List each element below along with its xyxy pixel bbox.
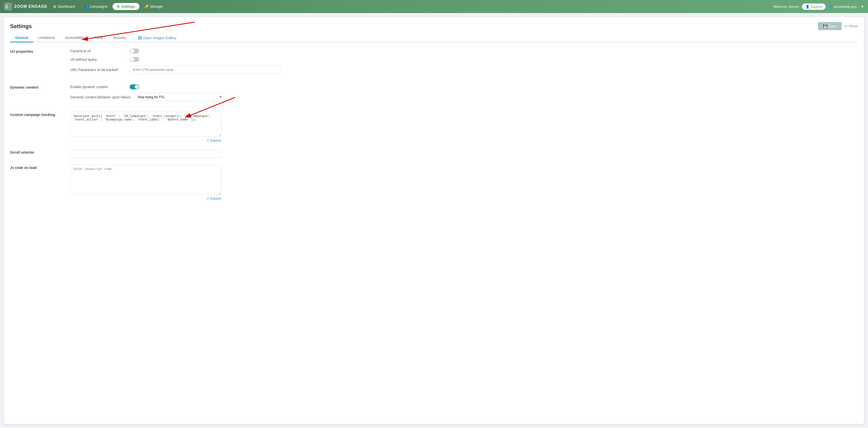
js-expand-icon: ↗ [206, 197, 209, 200]
url-properties-section: Url properties Canonical url Url without… [10, 48, 858, 77]
tab-limitations[interactable]: Limitations [33, 34, 60, 42]
welcome-text: Welcome, Demos [773, 5, 799, 8]
enable-dynamic-label: Enable dynamic content [70, 85, 126, 89]
svg-text:Z: Z [5, 4, 8, 9]
main-container: Settings 💾 Save ↺ Reset General Limitati… [4, 17, 864, 424]
tab-general[interactable]: General [10, 34, 33, 42]
tab-accessibility[interactable]: Accessibility [60, 34, 89, 42]
custom-tracking-label: Custom campaign tracking [10, 112, 70, 117]
enable-dynamic-toggle[interactable] [130, 84, 139, 89]
dynamic-content-section: Dynamic content Enable dynamic content D… [10, 84, 858, 105]
website-dropdown[interactable]: 🌐 anywebsite-guy.... ▼ [829, 5, 864, 8]
scroll-selector-section: Scroll selector [10, 150, 858, 158]
save-icon: 💾 [823, 24, 827, 28]
js-code-section: Js code on load ↗ Expand [10, 165, 858, 200]
tab-fonts[interactable]: Fonts [89, 34, 108, 42]
settings-icon: ⚙ [117, 4, 120, 8]
dynamic-behavior-row: Dynamic content behavior upon failure St… [70, 93, 858, 101]
canonical-url-label: Canonical url [70, 49, 126, 53]
url-params-label: URL Parameters to be tracked [70, 68, 126, 72]
enable-dynamic-row: Enable dynamic content [70, 84, 858, 89]
dynamic-content-label: Dynamic content [10, 84, 70, 89]
custom-tracking-expand[interactable]: ↗ Expand [70, 138, 221, 142]
expand-icon: ↗ [206, 138, 209, 142]
dynamic-behavior-select[interactable]: Stop trying for TTL [134, 93, 225, 101]
url-without-query-toggle[interactable] [130, 57, 139, 62]
url-without-query-slider [130, 57, 139, 62]
nav-items: ⊞ Dashboard 👥 Campaigns ⚙ Settings 🔑 Man… [49, 3, 773, 10]
url-without-query-row: Url without query [70, 57, 858, 62]
logo-icon: Z [4, 2, 12, 10]
nav-campaigns[interactable]: 👥 Campaigns [80, 3, 112, 10]
js-code-textarea[interactable] [70, 165, 221, 195]
chevron-down-icon: ▼ [861, 5, 864, 8]
tab-security[interactable]: Security [108, 34, 131, 42]
scroll-selector-content [70, 150, 858, 158]
canonical-url-toggle[interactable] [130, 48, 139, 54]
scroll-selector-label: Scroll selector [10, 150, 70, 154]
svg-rect-0 [4, 2, 12, 10]
custom-tracking-section: Custom campaign tracking dataLayer.push(… [10, 112, 858, 142]
page-title: Settings [10, 23, 858, 30]
tabs-row: General Limitations Accessibility Fonts … [10, 34, 858, 42]
dashboard-icon: ⊞ [53, 4, 56, 8]
gallery-icon: 🖼 [138, 36, 142, 40]
campaigns-icon: 👥 [84, 4, 88, 8]
reset-button[interactable]: ↺ Reset [844, 24, 858, 28]
reset-icon: ↺ [844, 24, 847, 28]
custom-tracking-textarea[interactable]: dataLayer.push({ 'event' : 'ZA_Campaigns… [70, 112, 221, 137]
js-code-expand[interactable]: ↗ Expand [70, 197, 221, 200]
nav-right: Welcome, Demos 👤 Support 🌐 anywebsite-gu… [773, 3, 864, 10]
tab-divider [133, 35, 133, 41]
support-button[interactable]: 👤 Support [802, 3, 826, 10]
url-params-row: URL Parameters to be tracked [70, 66, 858, 74]
js-code-content: ↗ Expand [70, 165, 858, 200]
save-button[interactable]: 💾 Save [818, 22, 842, 30]
custom-tracking-content: dataLayer.push({ 'event' : 'ZA_Campaigns… [70, 112, 858, 142]
globe-icon: 🌐 [829, 5, 833, 8]
nav-manage[interactable]: 🔑 Manage [141, 3, 167, 10]
url-without-query-label: Url without query [70, 58, 126, 62]
open-images-gallery-link[interactable]: 🖼 Open Images Gallery [135, 34, 179, 42]
canonical-url-slider [130, 48, 139, 54]
nav-dashboard[interactable]: ⊞ Dashboard [49, 3, 79, 10]
logo-area: Z ZOOM ENGAGE [4, 2, 49, 10]
canonical-url-row: Canonical url [70, 48, 858, 54]
scroll-selector-input[interactable] [70, 150, 221, 158]
js-code-label: Js code on load [10, 165, 70, 170]
dynamic-behavior-label: Dynamic content behavior upon failure [70, 95, 130, 99]
manage-icon: 🔑 [145, 4, 149, 8]
annotation-arrows [4, 17, 864, 424]
url-properties-label: Url properties [10, 48, 70, 54]
url-properties-content: Canonical url Url without query URL Para… [70, 48, 858, 77]
header-actions: 💾 Save ↺ Reset [818, 22, 858, 30]
nav-settings[interactable]: ⚙ Settings [113, 3, 139, 10]
top-navigation: Z ZOOM ENGAGE ⊞ Dashboard 👥 Campaigns ⚙ … [0, 0, 868, 13]
url-params-input[interactable] [130, 66, 280, 74]
dynamic-content-content: Enable dynamic content Dynamic content b… [70, 84, 858, 105]
enable-dynamic-slider [130, 84, 139, 89]
person-icon: 👤 [805, 5, 809, 8]
logo-text: ZOOM ENGAGE [14, 4, 48, 9]
